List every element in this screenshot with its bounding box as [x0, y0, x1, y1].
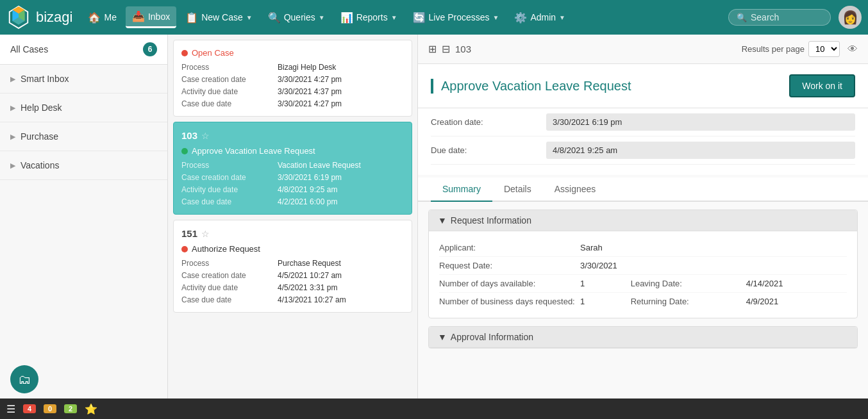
reports-icon: 📊 [340, 12, 353, 24]
case-151-due-label: Case due date [181, 295, 278, 304]
request-section-title: Request Information [451, 215, 531, 226]
action-button[interactable]: 🗂 [10, 365, 38, 393]
request-date-label: Request Date: [439, 261, 580, 270]
days-available-row: Number of days available: 1 Leaving Date… [439, 275, 847, 293]
open-case-activity-label: Activity due date [181, 87, 278, 96]
creation-date-label: Creation date: [431, 117, 546, 127]
nav-reports[interactable]: 📊 Reports ▼ [334, 8, 404, 28]
main-layout: All Cases 6 ▶ Smart Inbox ▶ Help Desk ▶ … [0, 35, 868, 398]
reports-chevron-icon: ▼ [391, 14, 397, 21]
case-151-number: 151 [181, 228, 197, 239]
sidebar-item-smart-inbox[interactable]: ▶ Smart Inbox [0, 65, 167, 94]
open-case-creation-label: Case creation date [181, 75, 278, 84]
user-avatar[interactable]: 👩 [839, 6, 862, 29]
approval-section-header[interactable]: ▼ Approval Information [429, 327, 857, 348]
sidebar-item-vacations[interactable]: ▶ Vacations [0, 151, 167, 180]
open-case-process-row: Process Bizagi Help Desk [181, 63, 404, 72]
nav-me-label: Me [104, 12, 116, 22]
case-list: Open Case Process Bizagi Help Desk Case … [168, 35, 418, 398]
all-cases-label: All Cases [10, 44, 48, 54]
nav-admin-label: Admin [530, 12, 556, 22]
case-103-star-icon[interactable]: ☆ [201, 131, 210, 141]
search-icon: 🔍 [737, 13, 747, 22]
live-processes-icon: 🔄 [413, 12, 426, 24]
results-per-page: Results per page 10 20 50 [742, 41, 840, 57]
request-date-row: Request Date: 3/30/2021 [439, 257, 847, 275]
all-cases-header[interactable]: All Cases 6 [0, 35, 167, 65]
creation-date-value: 3/30/2021 6:19 pm [546, 113, 855, 131]
case-103-due-label: Case due date [181, 197, 278, 206]
vacations-chevron-icon: ▶ [10, 161, 15, 170]
approval-section-title: Approval Information [451, 332, 533, 342]
business-days-value: 1 [580, 297, 631, 306]
case-103-number: 103 [181, 130, 197, 141]
sidebar-item-purchase[interactable]: ▶ Purchase [0, 122, 167, 151]
open-case-activity-row: Activity due date 3/30/2021 4:37 pm [181, 87, 404, 96]
case-103-due-row: Case due date 4/2/2021 6:00 pm [181, 197, 404, 206]
case-151-process-value: Purchase Request [278, 259, 341, 268]
request-date-value: 3/30/2021 [580, 261, 847, 270]
returning-date-value: 4/9/2021 [746, 297, 847, 306]
top-navigation: bizagi 🏠 Me 📥 Inbox 📋 New Case ▼ 🔍 Queri… [0, 0, 868, 35]
case-151-due-row: Case due date 4/13/2021 10:27 am [181, 295, 404, 304]
case-card-103[interactable]: 103 ☆ Approve Vacation Leave Request Pro… [173, 122, 412, 215]
nav-live-processes[interactable]: 🔄 Live Processes ▼ [406, 8, 506, 28]
nav-queries[interactable]: 🔍 Queries ▼ [262, 8, 331, 28]
case-151-header: 151 ☆ [181, 228, 404, 239]
tab-details[interactable]: Details [492, 177, 543, 202]
case-151-star-icon[interactable]: ☆ [201, 229, 210, 239]
green-badge-group: 2 [64, 404, 77, 413]
applicant-row: Applicant: Sarah [439, 239, 847, 257]
visibility-icon[interactable]: 👁 [847, 44, 858, 55]
vacations-label: Vacations [21, 160, 157, 170]
open-case-creation-row: Case creation date 3/30/2021 4:27 pm [181, 75, 404, 84]
nav-new-case[interactable]: 📋 New Case ▼ [179, 8, 259, 28]
action-icon: 🗂 [18, 372, 31, 387]
sidebar-item-help-desk[interactable]: ▶ Help Desk [0, 94, 167, 122]
open-case-section[interactable]: Open Case Process Bizagi Help Desk Case … [173, 40, 412, 117]
nav-live-processes-label: Live Processes [429, 12, 490, 22]
search-label: Search [751, 12, 779, 22]
all-cases-badge: 6 [143, 42, 157, 56]
nav-admin[interactable]: ⚙️ Admin ▼ [508, 8, 572, 28]
case-card-151[interactable]: 151 ☆ Authorize Request Process Purchase… [173, 220, 412, 313]
nav-inbox-label: Inbox [148, 12, 170, 22]
detail-case-id: 103 [455, 44, 471, 54]
days-available-value: 1 [580, 279, 631, 288]
case-103-activity-row: Activity due date 4/8/2021 9:25 am [181, 185, 404, 194]
admin-icon: ⚙️ [514, 12, 527, 24]
work-on-it-button[interactable]: Work on it [789, 74, 855, 97]
case-103-process-label: Process [181, 161, 278, 170]
case-151-activity-row: Activity due date 4/5/2021 3:31 pm [181, 283, 404, 292]
case-103-creation-label: Case creation date [181, 173, 278, 182]
smart-inbox-chevron-icon: ▶ [10, 75, 15, 83]
days-available-label: Number of days available: [439, 279, 580, 288]
home-icon: 🏠 [88, 12, 101, 24]
help-desk-chevron-icon: ▶ [10, 104, 15, 112]
purchase-chevron-icon: ▶ [10, 133, 15, 141]
tab-assignees[interactable]: Assignees [543, 177, 608, 202]
open-case-process-label: Process [181, 63, 278, 72]
new-case-icon: 📋 [185, 12, 198, 24]
nav-inbox[interactable]: 📥 Inbox [126, 6, 176, 28]
case-103-activity-value: 4/8/2021 9:25 am [278, 185, 337, 194]
open-case-process-value: Bizagi Help Desk [278, 63, 336, 72]
nav-me[interactable]: 🏠 Me [81, 8, 122, 28]
request-section-header[interactable]: ▼ Request Information [429, 210, 857, 231]
open-case-due-label: Case due date [181, 99, 278, 108]
help-desk-label: Help Desk [21, 103, 157, 113]
tab-summary[interactable]: Summary [431, 177, 492, 202]
star-badge-icon[interactable]: ⭐ [85, 403, 97, 415]
logo[interactable]: bizagi [6, 5, 72, 29]
case-151-activity-label: Activity due date [181, 283, 278, 292]
request-section-collapse-icon: ▼ [438, 215, 447, 226]
case-103-creation-value: 3/30/2021 6:19 pm [278, 173, 342, 182]
search-bar[interactable]: 🔍 Search [728, 9, 831, 26]
case-151-due-value: 4/13/2021 10:27 am [278, 295, 346, 304]
leaving-date-value: 4/14/2021 [746, 279, 847, 288]
list-icon[interactable]: ☰ [6, 403, 15, 415]
results-per-page-select[interactable]: 10 20 50 [808, 41, 840, 57]
purchase-label: Purchase [21, 131, 157, 142]
status-bar: ☰ 4 0 2 ⭐ [0, 398, 868, 419]
case-103-header: 103 ☆ [181, 130, 404, 141]
